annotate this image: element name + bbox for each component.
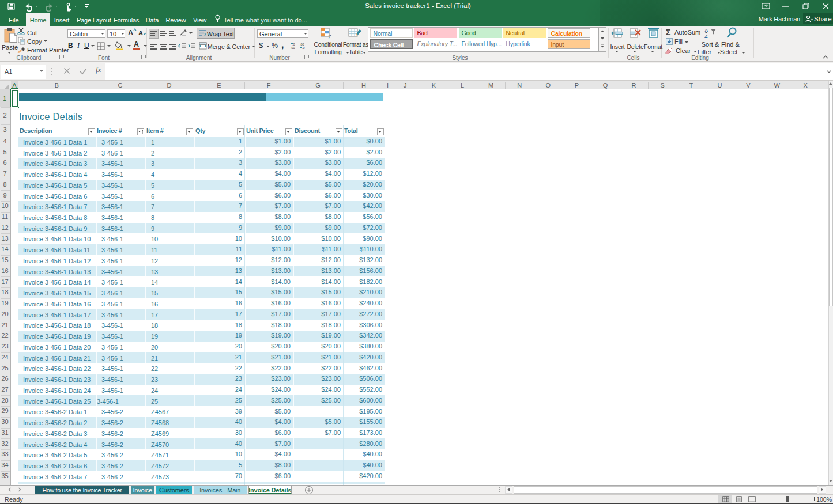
svg-text:.00: .00 bbox=[291, 46, 295, 50]
svg-text:≠: ≠ bbox=[328, 33, 331, 39]
svg-text:Z: Z bbox=[704, 33, 708, 39]
svg-text:A: A bbox=[704, 28, 708, 33]
svg-text:.0: .0 bbox=[302, 46, 305, 50]
